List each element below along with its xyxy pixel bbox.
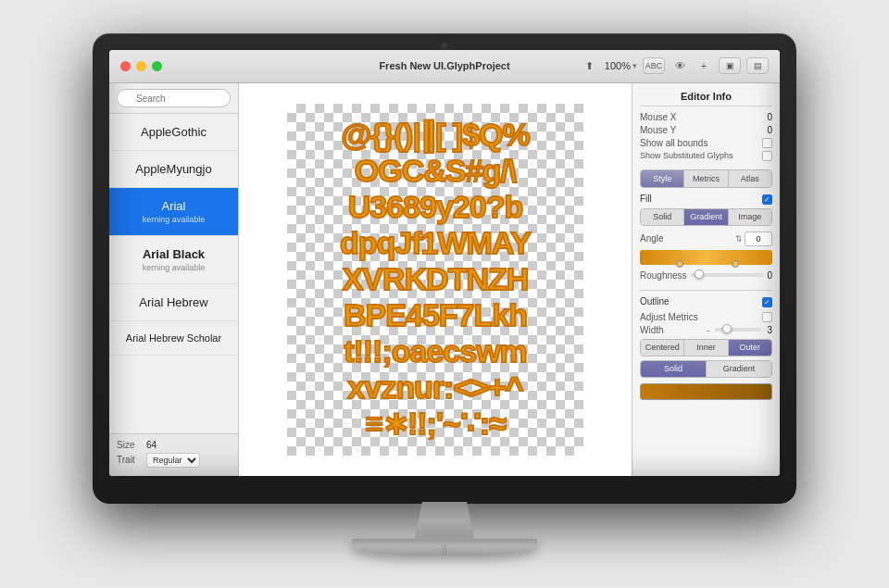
roughness-value: 0: [767, 270, 772, 281]
close-button[interactable]: [120, 61, 131, 71]
width-minus-btn[interactable]: -: [707, 325, 709, 335]
font-name: Arial Hebrew: [139, 295, 207, 309]
toolbar-right: ⬆ 100% ▾ ABC 👁 + ▣ ▤: [581, 56, 769, 75]
mouse-y-value: 0: [767, 125, 772, 135]
zoom-value: 100%: [605, 60, 631, 71]
show-substituted-checkbox[interactable]: [762, 151, 772, 161]
sidebar: 🔍 AppleGothic AppleMyungjo: [109, 83, 239, 476]
font-name: Arial: [161, 199, 185, 213]
tab-metrics[interactable]: Metrics: [684, 170, 728, 187]
size-value: 64: [146, 440, 231, 450]
font-name: Arial Black: [143, 247, 205, 261]
font-item-arial[interactable]: Arial kerning available: [109, 188, 238, 236]
show-substituted-label: Show Substituted Glyphs: [640, 151, 733, 160]
app-body: 🔍 AppleGothic AppleMyungjo: [109, 83, 780, 476]
layout2-button[interactable]: ▤: [746, 57, 769, 74]
maximize-button[interactable]: [152, 61, 162, 71]
width-handle[interactable]: [722, 324, 732, 333]
width-slider[interactable]: [715, 328, 761, 332]
outline-style-solid[interactable]: Solid: [641, 361, 707, 377]
width-label: Width: [640, 325, 664, 335]
sidebar-footer: Size 64 Trait Regular Bold Italic: [109, 433, 238, 476]
outline-checkbox[interactable]: ✓: [762, 297, 772, 307]
width-value: 3: [767, 325, 772, 335]
adjust-metrics-row: Adjust Metrics: [640, 312, 772, 322]
show-bounds-row: Show all bounds: [640, 138, 772, 148]
angle-input[interactable]: [745, 231, 772, 246]
right-panel: Editor Info Mouse X 0 Mouse Y 0 Show all…: [632, 83, 780, 476]
gradient-handle-left[interactable]: [676, 260, 683, 268]
camera-dot: [442, 43, 447, 48]
search-wrapper: 🔍: [117, 89, 231, 108]
outline-type-centered[interactable]: Centered: [641, 340, 684, 356]
outline-style-gradient[interactable]: Gradient: [707, 361, 771, 377]
mouse-x-value: 0: [767, 112, 772, 122]
sidebar-search-area: 🔍: [109, 83, 238, 115]
outline-type-tabs: Centered Inner Outer: [640, 339, 772, 357]
minimize-button[interactable]: [136, 61, 146, 71]
tab-atlas[interactable]: Atlas: [729, 170, 771, 187]
trait-row: Trait Regular Bold Italic: [117, 453, 231, 468]
roughness-label: Roughness: [640, 270, 687, 281]
show-bounds-checkbox[interactable]: [762, 138, 772, 148]
search-input[interactable]: [117, 89, 231, 107]
angle-label: Angle: [640, 233, 664, 244]
layout1-button[interactable]: ▣: [719, 57, 741, 74]
font-item-applemyungjo[interactable]: AppleMyungjo: [109, 151, 238, 188]
font-item-arial-black[interactable]: Arial Black kerning available: [109, 236, 238, 284]
fill-tab-image[interactable]: Image: [729, 209, 771, 225]
adjust-metrics-label: Adjust Metrics: [640, 312, 698, 322]
apple-logo: : [442, 543, 446, 557]
mouse-x-row: Mouse X 0: [640, 112, 772, 122]
monitor-body: Fresh New UI.GlyphProject ⬆ 100% ▾ ABC 👁…: [93, 33, 796, 504]
size-row: Size 64: [117, 440, 231, 450]
font-item-arial-hebrew-scholar[interactable]: Arial Hebrew Scholar: [109, 321, 238, 356]
outline-type-outer[interactable]: Outer: [729, 340, 771, 356]
show-bounds-label: Show all bounds: [640, 138, 707, 148]
mouse-y-row: Mouse Y 0: [640, 125, 772, 135]
font-name: AppleGothic: [141, 125, 207, 139]
fill-tab-solid[interactable]: Solid: [641, 209, 684, 225]
zoom-arrow[interactable]: ▾: [632, 61, 637, 70]
add-button[interactable]: +: [695, 56, 713, 75]
monitor-screen: Fresh New UI.GlyphProject ⬆ 100% ▾ ABC 👁…: [109, 50, 780, 476]
font-item-applegothic[interactable]: AppleGothic: [109, 114, 238, 151]
traffic-lights: [120, 61, 162, 71]
color-swatch[interactable]: [640, 383, 772, 400]
canvas-content: @{}()|‖[ ]$Q% OGC&S#g/\ U3689y20?b dpqJf…: [287, 104, 583, 456]
font-sub: kerning available: [143, 215, 206, 224]
apple-logo-area: : [352, 539, 537, 557]
font-name: AppleMyungjo: [135, 162, 211, 176]
abc-button[interactable]: ABC: [643, 57, 665, 74]
gradient-handle-right[interactable]: [732, 260, 739, 268]
fill-header-row: Fill ✓: [640, 194, 772, 206]
outline-type-inner[interactable]: Inner: [684, 340, 728, 356]
eye-button[interactable]: 👁: [670, 56, 689, 75]
mouse-x-label: Mouse X: [640, 112, 676, 122]
tab-style[interactable]: Style: [641, 170, 684, 187]
panel-title: Editor Info: [640, 91, 772, 106]
fill-label: Fill: [640, 194, 652, 204]
size-label: Size: [117, 440, 143, 450]
trait-label: Trait: [117, 455, 143, 465]
mouse-y-label: Mouse Y: [640, 125, 676, 135]
fill-tab-gradient[interactable]: Gradient: [684, 209, 728, 225]
font-list: AppleGothic AppleMyungjo Arial kerning a…: [109, 114, 238, 433]
fill-checkbox[interactable]: ✓: [762, 194, 772, 205]
adjust-metrics-checkbox[interactable]: [762, 312, 772, 322]
roughness-handle[interactable]: [695, 269, 704, 279]
fill-type-tabs: Solid Gradient Image: [640, 208, 772, 226]
window-title: Fresh New UI.GlyphProject: [379, 60, 509, 71]
font-item-arial-hebrew[interactable]: Arial Hebrew: [109, 284, 238, 321]
font-name: Arial Hebrew Scholar: [126, 332, 221, 344]
gradient-bar[interactable]: [640, 250, 772, 265]
roughness-slider[interactable]: [691, 273, 764, 277]
share-button[interactable]: ⬆: [581, 56, 599, 75]
roughness-row: Roughness 0: [640, 270, 772, 281]
trait-select[interactable]: Regular Bold Italic: [146, 453, 200, 468]
monitor: Fresh New UI.GlyphProject ⬆ 100% ▾ ABC 👁…: [93, 33, 796, 556]
monitor-stand-base: : [352, 539, 537, 556]
zoom-display: 100% ▾: [605, 60, 637, 71]
show-substituted-row: Show Substituted Glyphs: [640, 151, 772, 161]
font-sub: kerning available: [143, 263, 206, 272]
